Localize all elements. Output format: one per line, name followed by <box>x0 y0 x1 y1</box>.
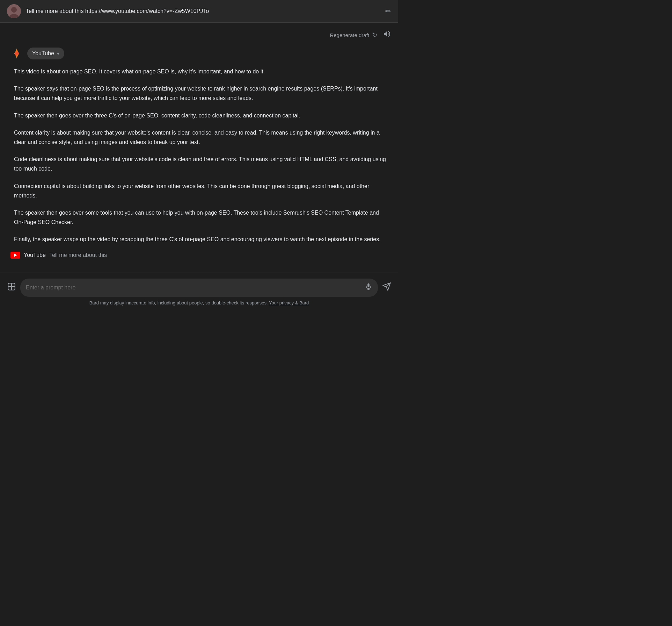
top-bar: Regenerate draft ↻ <box>7 30 391 40</box>
source-row: YouTube Tell me more about this <box>7 252 391 259</box>
youtube-badge-button[interactable]: YouTube ▾ <box>27 48 64 59</box>
regenerate-label: Regenerate draft <box>330 32 369 38</box>
header: Tell me more about this https://www.yout… <box>0 0 398 23</box>
youtube-badge-label: YouTube <box>32 50 54 57</box>
svg-rect-6 <box>367 283 370 287</box>
paragraph-3: The speaker then goes over the three C's… <box>14 111 388 120</box>
image-upload-icon[interactable] <box>7 282 16 293</box>
avatar <box>7 4 21 18</box>
main-content: Regenerate draft ↻ <box>0 23 398 273</box>
disclaimer-row: Bard may display inaccurate info, includ… <box>7 300 391 305</box>
paragraph-7: The speaker then goes over some tools th… <box>14 208 388 227</box>
speaker-button[interactable] <box>383 30 391 40</box>
svg-point-1 <box>11 7 17 13</box>
send-button[interactable] <box>382 282 391 293</box>
gemini-star-icon <box>10 47 23 60</box>
input-wrapper <box>20 279 378 297</box>
microphone-icon[interactable] <box>365 283 372 293</box>
avatar-image <box>7 4 21 18</box>
paragraph-1: This video is about on-page SEO. It cove… <box>14 67 388 76</box>
source-youtube-label: YouTube <box>24 252 46 258</box>
paragraph-4: Content clarity is about making sure tha… <box>14 128 388 147</box>
edit-icon[interactable]: ✏ <box>385 7 391 15</box>
header-title: Tell me more about this https://www.yout… <box>26 8 380 14</box>
paragraph-6: Connection capital is about building lin… <box>14 181 388 200</box>
youtube-source-icon <box>10 252 20 259</box>
response-area: YouTube ▾ This video is about on-page SE… <box>7 47 391 244</box>
disclaimer-text: Bard may display inaccurate info, includ… <box>89 300 269 305</box>
regenerate-icon: ↻ <box>372 31 377 39</box>
privacy-link[interactable]: Your privacy & Bard <box>269 300 309 305</box>
paragraph-2: The speaker says that on-page SEO is the… <box>14 84 388 103</box>
input-row <box>7 279 391 297</box>
source-link-text: Tell me more about this <box>49 252 107 258</box>
paragraph-5: Code cleanliness is about making sure th… <box>14 154 388 173</box>
prompt-input[interactable] <box>26 285 361 291</box>
bottom-area: Bard may display inaccurate info, includ… <box>0 273 398 309</box>
chevron-down-icon: ▾ <box>57 51 59 56</box>
content-paragraphs: This video is about on-page SEO. It cove… <box>10 67 388 244</box>
paragraph-8: Finally, the speaker wraps up the video … <box>14 235 388 244</box>
badge-row: YouTube ▾ <box>10 47 388 60</box>
regenerate-draft-button[interactable]: Regenerate draft ↻ <box>330 31 377 39</box>
